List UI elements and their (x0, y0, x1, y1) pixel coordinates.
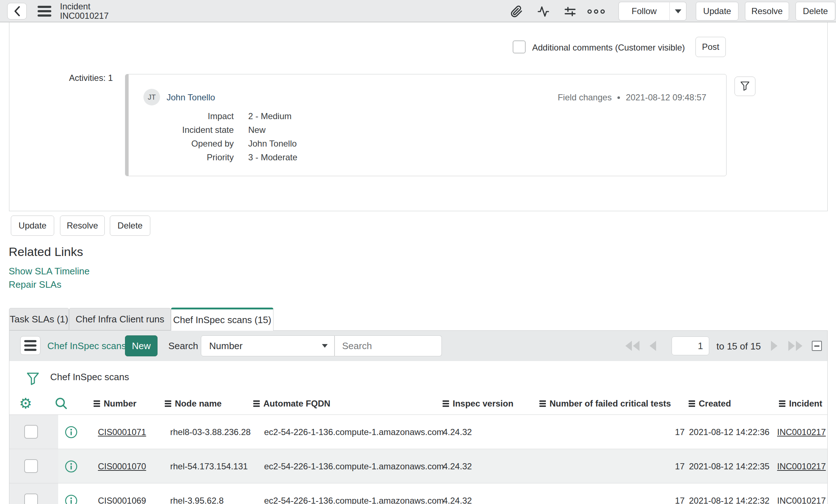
tab-task-slas[interactable]: Task SLAs (1) (9, 308, 69, 330)
field-change-value: 3 - Moderate (248, 152, 297, 162)
incident-page: Incident INC0010217 Follow Update Resolv… (0, 0, 836, 504)
column-header-number[interactable]: Number (94, 392, 137, 415)
node-name-cell: rhel-3.95.62.8 (170, 483, 224, 504)
info-icon[interactable] (65, 494, 78, 504)
follow-split-button: Follow (619, 2, 686, 21)
hamburger-icon (24, 340, 36, 351)
automate-fqdn-cell: ec2-54-226-1-136.compute-1.amazonaws.com (264, 415, 444, 449)
column-menu-icon (779, 400, 785, 407)
pagination-first-button[interactable] (625, 341, 639, 351)
pagination-previous-button[interactable] (650, 341, 656, 351)
created-cell: 2021-08-12 14:22:36 (689, 415, 770, 449)
column-menu-icon (94, 400, 100, 407)
node-name-cell: rhel-54.173.154.131 (170, 449, 248, 483)
row-checkbox[interactable] (24, 425, 38, 439)
additional-comments-label: Additional comments (Customer visible) (532, 43, 685, 53)
inspec-version-cell: 4.24.32 (443, 449, 472, 483)
activity-pulse-icon[interactable] (535, 5, 551, 18)
field-change-label: Impact (140, 111, 234, 121)
record-number-label: INC0010217 (60, 11, 109, 21)
more-options-icon[interactable] (588, 5, 604, 18)
activity-timestamp: 2021-08-12 09:48:57 (626, 92, 706, 103)
table-row: CIS0001069 rhel-3.95.62.8 ec2-54-226-1-1… (9, 483, 827, 504)
chevron-left-icon (13, 6, 21, 17)
created-cell: 2021-08-12 14:22:35 (689, 449, 770, 483)
post-button[interactable]: Post (695, 37, 726, 57)
back-button[interactable] (7, 3, 27, 19)
automate-fqdn-cell: ec2-54-226-1-136.compute-1.amazonaws.com (264, 483, 444, 504)
related-links-title: Related Links (9, 245, 83, 259)
scan-number-link[interactable]: CIS0001071 (98, 427, 146, 437)
column-menu-icon (443, 400, 449, 407)
funnel-icon (740, 81, 750, 91)
list-context-menu-button[interactable] (20, 336, 40, 355)
field-change-label: Opened by (140, 139, 234, 149)
header-delete-button[interactable]: Delete (796, 2, 835, 21)
column-header-inspec-version[interactable]: Inspec version (443, 392, 513, 415)
filter-funnel-icon[interactable] (26, 372, 39, 386)
failed-critical-tests-cell: 17 (613, 449, 685, 483)
record-title: Incident INC0010217 (60, 2, 109, 21)
table-row: CIS0001070 rhel-54.173.154.131 ec2-54-22… (9, 449, 827, 483)
field-change-label: Incident state (140, 125, 234, 135)
header-resolve-button[interactable]: Resolve (745, 2, 789, 21)
column-header-created[interactable]: Created (689, 392, 731, 415)
header-update-button[interactable]: Update (696, 2, 738, 21)
list-toolbar: Chef InSpec scans New Search Number to 1… (9, 331, 827, 361)
record-type-label: Incident (60, 2, 109, 11)
form-delete-button[interactable]: Delete (110, 216, 150, 236)
follow-dropdown-button[interactable] (670, 2, 686, 21)
row-checkbox[interactable] (24, 494, 38, 504)
search-input[interactable] (335, 335, 442, 356)
show-sla-timeline-link[interactable]: Show SLA Timeline (9, 266, 90, 277)
info-icon[interactable] (65, 460, 78, 473)
activity-author[interactable]: John Tonello (167, 92, 215, 103)
activity-meta: Field changes 2021-08-12 09:48:57 (558, 92, 706, 103)
scan-number-link[interactable]: CIS0001069 (98, 496, 146, 504)
field-change-value: John Tonello (248, 139, 297, 149)
collapse-list-icon[interactable] (812, 341, 822, 351)
incident-link[interactable]: INC0010217 (777, 461, 826, 472)
attachment-paperclip-icon[interactable] (509, 5, 525, 18)
pagination-page-input[interactable] (672, 336, 709, 355)
activities-count-label: Activities: 1 (69, 73, 113, 83)
tab-chef-inspec-scans[interactable]: Chef InSpec scans (15) (171, 308, 273, 331)
pagination-last-button[interactable] (788, 341, 802, 351)
column-menu-icon (165, 400, 171, 407)
breadcrumb[interactable]: Chef InSpec scans (50, 372, 129, 383)
gear-icon[interactable]: ⚙ (19, 394, 32, 412)
column-header-failed-critical-tests[interactable]: Number of failed critical tests (539, 392, 671, 415)
failed-critical-tests-cell: 17 (613, 483, 685, 504)
scan-number-link[interactable]: CIS0001070 (98, 461, 146, 472)
caret-down-icon (675, 9, 681, 13)
caret-down-icon (322, 344, 328, 348)
column-header-node-name[interactable]: Node name (165, 392, 221, 415)
incident-link[interactable]: INC0010217 (777, 496, 826, 504)
pagination-next-button[interactable] (771, 341, 777, 351)
form-resolve-button[interactable]: Resolve (60, 216, 105, 236)
column-header-automate-fqdn[interactable]: Automate FQDN (253, 392, 330, 415)
follow-button[interactable]: Follow (619, 2, 670, 21)
form-update-button[interactable]: Update (11, 216, 54, 236)
activity-filter-button[interactable] (734, 77, 755, 96)
context-menu-icon[interactable] (38, 6, 51, 17)
repair-slas-link[interactable]: Repair SLAs (9, 279, 61, 290)
header-bar: Incident INC0010217 Follow Update Resolv… (0, 0, 836, 22)
info-icon[interactable] (65, 426, 78, 439)
list-title-link[interactable]: Chef InSpec scans (47, 340, 126, 352)
search-icon[interactable] (54, 396, 68, 410)
search-label: Search (168, 340, 198, 352)
tab-chef-infra-client-runs[interactable]: Chef Infra Client runs (69, 308, 171, 330)
table-header-row: ⚙ Number Node name Automate FQDN Inspec … (9, 392, 827, 415)
bullet-separator (617, 96, 620, 99)
additional-comments-checkbox[interactable] (513, 40, 526, 53)
search-field-select[interactable]: Number (201, 335, 335, 356)
pagination-range-label: to 15 of 15 (716, 341, 761, 352)
row-checkbox[interactable] (24, 459, 38, 473)
avatar: JT (143, 89, 160, 105)
personalize-sliders-icon[interactable] (562, 5, 578, 18)
incident-link[interactable]: INC0010217 (777, 427, 826, 437)
search-field-value: Number (209, 340, 242, 352)
new-record-button[interactable]: New (125, 335, 158, 356)
column-header-incident[interactable]: Incident (779, 392, 822, 415)
